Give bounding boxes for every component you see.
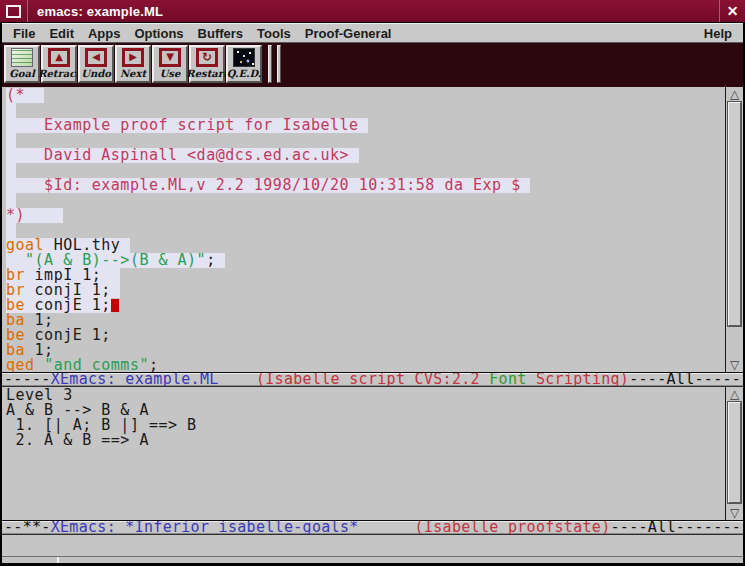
menu-item-proof-general[interactable]: Proof-General xyxy=(298,26,399,41)
code-segment: $Id: example.ML,v 2.2 1998/10/20 10:31:5… xyxy=(6,176,530,194)
script-line xyxy=(6,193,725,208)
code-segment: "and_comms" xyxy=(44,356,149,372)
script-line: br conjI 1; xyxy=(6,283,725,298)
script-line: David Aspinall <da@dcs.ed.ac.uk> xyxy=(6,148,725,163)
menu-item-tools[interactable]: Tools xyxy=(250,26,298,41)
modeline-segment xyxy=(219,372,256,387)
script-line: (* xyxy=(6,88,725,103)
modeline-segment: XEmacs: *Inferior isabelle-goals* xyxy=(51,520,359,535)
toolbar-button-use[interactable]: ▼Use xyxy=(152,45,188,83)
undo-label: Undo xyxy=(81,67,111,80)
menu-item-edit[interactable]: Edit xyxy=(42,26,81,41)
menu-item-options[interactable]: Options xyxy=(127,26,190,41)
retract-label: Retract xyxy=(38,67,80,80)
menu-item-help[interactable]: Help xyxy=(697,26,739,41)
script-line-text: $Id: example.ML,v 2.2 1998/10/20 10:31:5… xyxy=(6,178,530,193)
resize-grip-bar[interactable] xyxy=(2,556,743,563)
modeline-segment: --**- xyxy=(4,520,51,535)
script-line: qed "and_comms"; xyxy=(6,358,725,372)
use-label: Use xyxy=(160,67,181,80)
goals-scrollbar[interactable]: △ ▽ xyxy=(725,387,743,520)
scrollbar-thumb[interactable] xyxy=(728,402,741,503)
toolbar-separator xyxy=(268,45,272,83)
modeline-segment xyxy=(359,520,415,535)
resize-grip[interactable] xyxy=(57,557,59,563)
mode-line-goals: --**-XEmacs: *Inferior isabelle-goals* (… xyxy=(2,520,743,535)
modeline-segment: XEmacs: example.ML xyxy=(51,372,219,387)
script-line: *) xyxy=(6,208,725,223)
modeline-segment: (Isabelle proofstate) xyxy=(415,520,611,535)
qed-icon xyxy=(233,48,255,67)
menu-item-buffers[interactable]: Buffers xyxy=(191,26,251,41)
text-cursor xyxy=(111,299,119,312)
mode-line-script: -----XEmacs: example.ML (Isabelle script… xyxy=(2,372,743,387)
menu-item-apps[interactable]: Apps xyxy=(81,26,128,41)
modeline-segment: Font xyxy=(489,372,526,387)
goals-window: Level 3A & B --> B & A 1. [| A; B |] ==>… xyxy=(2,387,743,520)
toolbar-button-goal[interactable]: Goal xyxy=(4,45,40,83)
modeline-segment: Scripting) xyxy=(527,372,630,387)
toolbar: Goal▲Retract◀Undo▶Next▼Use↻RestartQ.E.D. xyxy=(2,43,743,87)
script-window: (* Example proof script for Isabelle Dav… xyxy=(2,87,743,372)
scroll-up-icon[interactable]: △ xyxy=(726,87,743,101)
menu-item-file[interactable]: File xyxy=(6,26,42,41)
next-icon: ▶ xyxy=(122,48,144,67)
menu-items: FileEditAppsOptionsBuffersToolsProof-Gen… xyxy=(6,26,697,41)
code-segment: ; xyxy=(149,356,159,372)
toolbar-button-retract[interactable]: ▲Retract xyxy=(41,45,77,83)
restart-label: Restart xyxy=(186,67,227,80)
frame-content: FileEditAppsOptionsBuffersToolsProof-Gen… xyxy=(2,22,743,566)
script-scrollbar[interactable]: △ ▽ xyxy=(725,87,743,372)
goals-line: 2. A & B ==> A xyxy=(6,433,725,448)
code-segment xyxy=(35,356,45,372)
scrollbar-track[interactable] xyxy=(726,401,743,506)
use-icon: ▼ xyxy=(159,48,181,67)
code-segment: ; xyxy=(206,251,225,269)
script-line: be conjE 1; xyxy=(6,328,725,343)
close-button[interactable]: ✕ xyxy=(720,0,745,22)
code-segment: qed xyxy=(6,356,35,372)
toolbar-button-qed[interactable]: Q.E.D. xyxy=(226,45,262,83)
window-menu-icon[interactable] xyxy=(6,5,21,18)
scrollbar-track[interactable] xyxy=(726,101,743,358)
script-line: Example proof script for Isabelle xyxy=(6,118,725,133)
toolbar-separator xyxy=(277,45,281,83)
window-title: emacs: example.ML xyxy=(28,4,719,19)
code-segment: Example proof script for Isabelle xyxy=(6,116,368,134)
qed-label: Q.E.D. xyxy=(227,67,262,80)
script-line: be conjE 1; xyxy=(6,298,725,313)
retract-icon: ▲ xyxy=(48,48,70,67)
title-bar[interactable]: emacs: example.ML ✕ xyxy=(0,0,745,22)
goal-icon xyxy=(11,48,33,67)
toolbar-button-next[interactable]: ▶Next xyxy=(115,45,151,83)
close-icon: ✕ xyxy=(727,3,739,19)
toolbar-button-restart[interactable]: ↻Restart xyxy=(189,45,225,83)
scrollbar-thumb[interactable] xyxy=(728,102,741,326)
script-line: $Id: example.ML,v 2.2 1998/10/20 10:31:5… xyxy=(6,178,725,193)
minibuffer[interactable] xyxy=(2,535,743,556)
code-segment: David Aspinall <da@dcs.ed.ac.uk> xyxy=(6,146,359,164)
modeline-segment: (Isabelle script CVS:2.2 xyxy=(256,372,489,387)
frame-bottom-border xyxy=(2,556,743,566)
modeline-segment: ----All---------------- xyxy=(611,520,743,535)
modeline-segment: ----All---------------- xyxy=(629,372,743,387)
undo-icon: ◀ xyxy=(85,48,107,67)
script-line: ba 1; xyxy=(6,313,725,328)
script-line-text: Example proof script for Isabelle xyxy=(6,118,368,133)
menu-bar: FileEditAppsOptionsBuffersToolsProof-Gen… xyxy=(2,22,743,43)
scroll-down-icon[interactable]: ▽ xyxy=(726,358,743,372)
script-line-text: David Aspinall <da@dcs.ed.ac.uk> xyxy=(6,148,359,163)
script-line-text: qed "and_comms"; xyxy=(6,358,159,372)
scroll-down-icon[interactable]: ▽ xyxy=(726,506,743,520)
toolbar-button-undo[interactable]: ◀Undo xyxy=(78,45,114,83)
goals-buffer[interactable]: Level 3A & B --> B & A 1. [| A; B |] ==>… xyxy=(2,387,725,520)
next-label: Next xyxy=(120,67,146,80)
script-buffer[interactable]: (* Example proof script for Isabelle Dav… xyxy=(2,87,725,372)
modeline-segment: ----- xyxy=(4,372,51,387)
goal-label: Goal xyxy=(9,67,35,80)
xemacs-window: emacs: example.ML ✕ FileEditAppsOptionsB… xyxy=(0,0,745,566)
scroll-up-icon[interactable]: △ xyxy=(726,387,743,401)
restart-icon: ↻ xyxy=(196,48,218,67)
